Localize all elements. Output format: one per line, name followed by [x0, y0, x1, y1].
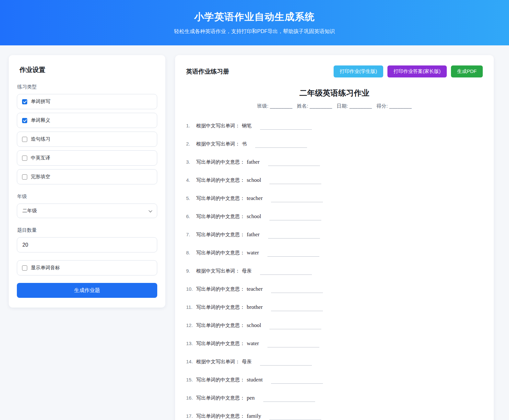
- worksheet-meta-line: 班级: ________姓名: ________日期: ________得分: …: [186, 103, 483, 109]
- answer-blank-line: [268, 235, 320, 239]
- question-number: 4.: [186, 177, 196, 184]
- question-number: 13.: [186, 340, 196, 347]
- question-prompt: 写出单词的中文意思：: [196, 177, 245, 184]
- question-number: 11.: [186, 304, 196, 311]
- checkbox-icon[interactable]: [22, 156, 27, 161]
- question-row: 6. 写出单词的中文意思： school: [186, 213, 483, 220]
- question-word: 书: [242, 140, 247, 147]
- question-list: 1. 根据中文写出单词： 钢笔 2. 根据中文写出单词： 书 3. 写出单词的中…: [186, 122, 483, 420]
- exercise-type-option[interactable]: 中英互译: [17, 150, 157, 166]
- question-prompt: 写出单词的中文意思：: [196, 213, 245, 220]
- answer-blank-line: [271, 307, 323, 311]
- checkbox-icon[interactable]: [22, 118, 27, 123]
- question-row: 17. 写出单词的中文意思： family: [186, 413, 483, 420]
- question-row: 8. 写出单词的中文意思： water: [186, 249, 483, 256]
- question-word: student: [247, 376, 263, 383]
- meta-field: 姓名: ________: [297, 103, 332, 109]
- question-row: 5. 写出单词的中文意思： teacher: [186, 195, 483, 202]
- print-student-button[interactable]: 打印作业(学生版): [334, 65, 383, 77]
- question-prompt: 写出单词的中文意思：: [196, 322, 245, 329]
- question-number: 2.: [186, 140, 196, 147]
- answer-blank-line: [267, 344, 319, 347]
- generate-pdf-button[interactable]: 生成PDF: [451, 65, 483, 77]
- question-row: 12. 写出单词的中文意思： school: [186, 322, 483, 329]
- exercise-type-option[interactable]: 单词拼写: [17, 94, 157, 109]
- exercise-type-list: 单词拼写 单词释义 造句练习 中英互译 完形填空: [17, 94, 157, 184]
- question-prompt: 写出单词的中文意思：: [196, 340, 245, 347]
- question-number: 9.: [186, 267, 196, 274]
- checkbox-icon[interactable]: [22, 137, 27, 142]
- grade-select[interactable]: 二年级: [17, 204, 157, 218]
- question-word: father: [247, 158, 260, 166]
- question-word: 母亲: [242, 267, 252, 274]
- question-number: 10.: [186, 286, 196, 293]
- answer-blank-line: [260, 362, 312, 366]
- answer-blank-line: [269, 216, 321, 220]
- content-area: 作业设置 练习类型 单词拼写 单词释义 造句练习 中英互译 完形填空 年级 二年…: [0, 45, 509, 420]
- phonetic-toggle[interactable]: 显示单词音标: [17, 260, 157, 275]
- meta-field: 班级: ________: [257, 103, 292, 109]
- settings-panel: 作业设置 练习类型 单词拼写 单词释义 造句练习 中英互译 完形填空 年级 二年…: [9, 55, 165, 308]
- checkbox-icon[interactable]: [22, 99, 27, 104]
- question-number: 6.: [186, 213, 196, 220]
- question-prompt: 根据中文写出单词：: [196, 267, 240, 274]
- generate-button[interactable]: 生成作业题: [17, 283, 157, 298]
- answer-blank-line: [269, 180, 321, 184]
- question-count-input[interactable]: [17, 237, 157, 252]
- answer-blank-line: [260, 126, 312, 130]
- question-number: 17.: [186, 413, 196, 420]
- question-prompt: 根据中文写出单词：: [196, 122, 240, 129]
- question-row: 4. 写出单词的中文意思： school: [186, 177, 483, 184]
- print-parent-answers-button[interactable]: 打印作业答案(家长版): [387, 65, 447, 77]
- meta-blank-line: ________: [270, 103, 292, 109]
- app-title: 小学英语作业自动生成系统: [194, 10, 315, 24]
- question-prompt: 写出单词的中文意思：: [196, 304, 245, 311]
- question-number: 1.: [186, 122, 196, 129]
- meta-field: 日期: ________: [337, 103, 372, 109]
- exercise-type-option[interactable]: 单词释义: [17, 113, 157, 128]
- question-word: teacher: [247, 286, 263, 293]
- answer-blank-line: [271, 380, 323, 384]
- question-word: water: [247, 340, 259, 347]
- question-row: 15. 写出单词的中文意思： student: [186, 376, 483, 383]
- worksheet-title: 二年级英语练习作业: [186, 88, 483, 98]
- question-prompt: 写出单词的中文意思：: [196, 195, 245, 202]
- answer-blank-line: [271, 289, 323, 293]
- answer-blank-line: [269, 325, 321, 329]
- answer-blank-line: [267, 253, 319, 257]
- question-row: 7. 写出单词的中文意思： father: [186, 231, 483, 238]
- meta-blank-line: ________: [389, 103, 412, 109]
- answer-blank-line: [268, 162, 320, 166]
- meta-field: 得分: ________: [376, 103, 412, 109]
- exercise-type-option[interactable]: 完形填空: [17, 169, 157, 184]
- checkbox-label: 单词释义: [31, 117, 50, 123]
- question-row: 2. 根据中文写出单词： 书: [186, 140, 483, 147]
- question-word: school: [247, 213, 261, 220]
- answer-blank-line: [255, 144, 307, 148]
- app-header: 小学英语作业自动生成系统 轻松生成各种英语作业，支持打印和PDF导出，帮助孩子巩…: [0, 0, 509, 45]
- answer-blank-line: [269, 416, 321, 420]
- app-subtitle: 轻松生成各种英语作业，支持打印和PDF导出，帮助孩子巩固英语知识: [174, 28, 335, 35]
- question-row: 11. 写出单词的中文意思： brother: [186, 304, 483, 311]
- checkbox-label: 中英互译: [31, 155, 50, 161]
- question-word: school: [247, 177, 261, 184]
- answer-blank-line: [263, 398, 315, 402]
- question-row: 16. 写出单词的中文意思： pen: [186, 394, 483, 402]
- question-number: 8.: [186, 249, 196, 256]
- checkbox-icon[interactable]: [22, 174, 27, 180]
- question-word: 钢笔: [242, 122, 252, 129]
- question-row: 10. 写出单词的中文意思： teacher: [186, 286, 483, 293]
- checkbox-label: 造句练习: [31, 136, 50, 142]
- action-button-row: 打印作业(学生版) 打印作业答案(家长版) 生成PDF: [334, 65, 483, 77]
- worksheet-panel: 英语作业练习册 打印作业(学生版) 打印作业答案(家长版) 生成PDF 二年级英…: [175, 55, 494, 420]
- checkbox-icon[interactable]: [22, 265, 27, 271]
- question-count-label: 题目数量: [17, 227, 157, 233]
- checkbox-label: 完形填空: [31, 174, 50, 180]
- grade-select-value: 二年级: [22, 208, 37, 214]
- question-number: 14.: [186, 358, 196, 365]
- question-number: 12.: [186, 322, 196, 329]
- question-number: 7.: [186, 231, 196, 238]
- question-prompt: 写出单词的中文意思：: [196, 231, 245, 238]
- exercise-type-option[interactable]: 造句练习: [17, 132, 157, 147]
- question-row: 14. 根据中文写出单词： 母亲: [186, 358, 483, 365]
